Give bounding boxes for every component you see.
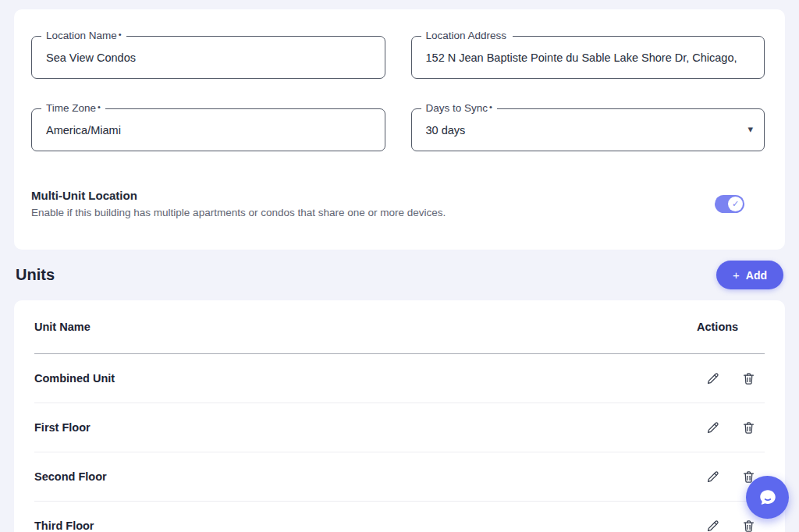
- trash-icon: [741, 519, 756, 532]
- multi-unit-description: Enable if this building has multiple apa…: [31, 207, 446, 218]
- location-address-value: 152 N Jean Baptiste Pointe du Sable Lake…: [426, 51, 738, 64]
- table-row: Combined Unit: [34, 354, 765, 403]
- row-actions-cell: [697, 420, 765, 435]
- toggle-check-icon: ✓: [728, 197, 743, 211]
- units-table-card: Unit Name Actions Combined Unit First Fl…: [14, 300, 785, 532]
- edit-unit-button[interactable]: [705, 420, 720, 435]
- row-actions-cell: [697, 518, 765, 532]
- pencil-icon: [705, 371, 720, 386]
- pencil-icon: [705, 519, 720, 532]
- unit-name-cell: Second Floor: [34, 470, 107, 483]
- location-form-grid: Location Name• Sea View Condos Location …: [31, 36, 765, 151]
- table-row: Third Floor: [34, 502, 765, 532]
- row-actions-cell: [697, 371, 765, 386]
- multi-unit-title: Multi-Unit Location: [31, 189, 446, 202]
- delete-unit-button[interactable]: [740, 420, 756, 435]
- pencil-icon: [705, 470, 720, 484]
- time-zone-field[interactable]: Time Zone• America/Miami: [31, 108, 385, 151]
- column-header-actions: Actions: [697, 321, 765, 333]
- multi-unit-text: Multi-Unit Location Enable if this build…: [31, 189, 446, 218]
- table-row: First Floor: [34, 403, 765, 452]
- trash-icon: [741, 420, 756, 435]
- unit-name-cell: First Floor: [34, 421, 91, 434]
- plus-icon: +: [733, 268, 740, 282]
- edit-unit-button[interactable]: [705, 518, 720, 532]
- time-zone-label: Time Zone•: [41, 102, 105, 114]
- location-name-value: Sea View Condos: [46, 51, 358, 64]
- chat-launcher-button[interactable]: [746, 476, 789, 519]
- units-section-title: Units: [16, 266, 55, 284]
- required-marker: •: [98, 102, 101, 112]
- table-row: Second Floor: [34, 452, 765, 502]
- location-address-field[interactable]: Location Address 152 N Jean Baptiste Poi…: [411, 36, 765, 79]
- required-marker: •: [489, 102, 492, 112]
- days-to-sync-select[interactable]: Days to Sync• 30 days ▾: [411, 108, 765, 151]
- edit-unit-button[interactable]: [705, 469, 720, 484]
- column-header-unit-name: Unit Name: [34, 321, 91, 333]
- multi-unit-row: Multi-Unit Location Enable if this build…: [31, 189, 765, 218]
- unit-name-cell: Third Floor: [34, 520, 94, 532]
- pencil-icon: [705, 420, 720, 435]
- chat-bubble-icon: [756, 486, 779, 509]
- delete-unit-button[interactable]: [740, 518, 756, 532]
- days-to-sync-value: 30 days: [426, 124, 738, 137]
- add-unit-button[interactable]: + Add: [716, 261, 783, 289]
- location-address-label: Location Address: [421, 30, 513, 41]
- location-settings-page: Location Name• Sea View Condos Location …: [0, 0, 799, 532]
- delete-unit-button[interactable]: [740, 371, 756, 386]
- location-name-label: Location Name•: [41, 30, 126, 41]
- chevron-down-icon: ▾: [748, 123, 753, 135]
- location-name-field[interactable]: Location Name• Sea View Condos: [31, 36, 385, 79]
- location-details-card: Location Name• Sea View Condos Location …: [14, 9, 785, 250]
- multi-unit-toggle[interactable]: ✓: [715, 195, 744, 213]
- required-marker: •: [119, 30, 122, 39]
- units-table-header: Unit Name Actions: [34, 300, 765, 354]
- add-unit-button-label: Add: [746, 269, 767, 282]
- unit-name-cell: Combined Unit: [34, 372, 115, 385]
- trash-icon: [741, 371, 756, 386]
- edit-unit-button[interactable]: [705, 371, 720, 386]
- units-header-band: Units + Add: [14, 250, 785, 300]
- time-zone-value: America/Miami: [46, 124, 358, 137]
- days-to-sync-label: Days to Sync•: [421, 102, 497, 114]
